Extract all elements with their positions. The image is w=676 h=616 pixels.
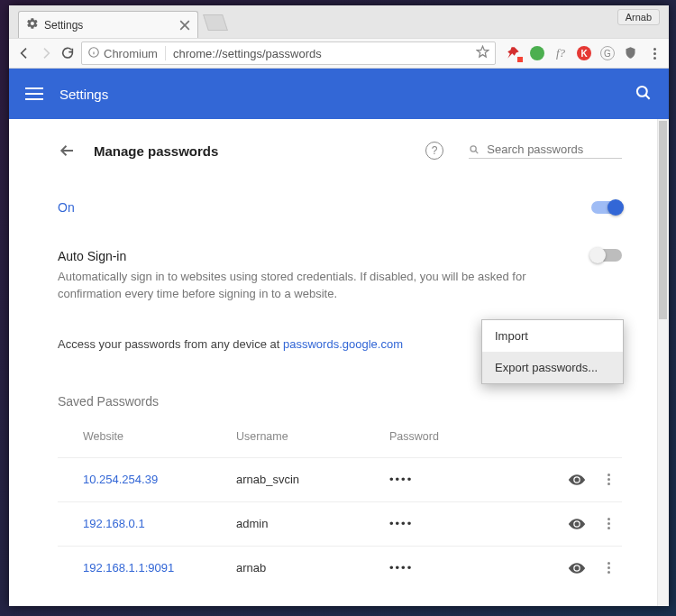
menu-export[interactable]: Export passwords...: [482, 352, 623, 383]
password-search[interactable]: [469, 143, 622, 159]
extension-pin-icon[interactable]: [507, 46, 521, 60]
search-icon: [469, 143, 480, 156]
row-more-button[interactable]: [595, 518, 622, 529]
col-password: Password: [389, 430, 622, 443]
browser-toolbar: Chromium f? K G: [9, 38, 669, 69]
address-bar[interactable]: Chromium: [81, 41, 496, 65]
browser-window: Settings Arnab Chromium: [9, 5, 669, 606]
reveal-password-button[interactable]: [559, 471, 595, 489]
passwords-google-link[interactable]: passwords.google.com: [283, 337, 403, 351]
row-password: ••••: [389, 473, 559, 486]
row-more-button[interactable]: [595, 473, 622, 485]
menu-import[interactable]: Import: [482, 320, 623, 352]
page-back-button[interactable]: [58, 141, 78, 161]
extension-f-icon[interactable]: f?: [553, 46, 568, 60]
password-search-input[interactable]: [487, 143, 622, 156]
reveal-password-button[interactable]: [559, 515, 595, 533]
extension-g-icon[interactable]: G: [600, 46, 615, 60]
row-more-button[interactable]: [595, 562, 622, 574]
page-title: Manage passwords: [94, 143, 409, 159]
auto-signin-title: Auto Sign-in: [58, 249, 591, 263]
table-row: 10.254.254.39 arnab_svcin ••••: [58, 457, 622, 501]
row-password: ••••: [389, 517, 559, 530]
row-username: admin: [236, 517, 389, 530]
scrollbar-thumb[interactable]: [659, 121, 667, 319]
profile-chip[interactable]: Arnab: [617, 9, 660, 25]
site-link[interactable]: 10.254.254.39: [83, 473, 158, 486]
extension-k-icon[interactable]: K: [577, 46, 591, 60]
offer-save-toggle[interactable]: [591, 201, 622, 214]
col-website: Website: [83, 430, 236, 443]
row-username: arnab_svcin: [236, 473, 389, 486]
forward-button[interactable]: [38, 45, 54, 61]
browser-menu-button[interactable]: [647, 48, 662, 60]
table-row: 192.168.0.1 admin ••••: [58, 501, 622, 546]
reveal-password-button[interactable]: [559, 559, 595, 577]
back-button[interactable]: [16, 45, 32, 61]
settings-header-title: Settings: [59, 87, 635, 102]
tab-title: Settings: [44, 19, 174, 32]
bookmark-star-icon[interactable]: [476, 45, 489, 61]
url-input[interactable]: [173, 47, 472, 60]
on-label: On: [58, 200, 591, 215]
hamburger-menu-button[interactable]: [25, 87, 43, 100]
new-tab-button[interactable]: [203, 14, 228, 31]
gear-icon: [26, 17, 39, 32]
table-row: 192.168.1.1:9091 arnab ••••: [58, 546, 622, 590]
reload-button[interactable]: [59, 45, 76, 61]
row-password: ••••: [389, 561, 559, 575]
auto-signin-desc: Automatically sign in to websites using …: [58, 269, 526, 303]
offer-save-row: On: [58, 186, 622, 229]
passwords-more-menu: Import Export passwords...: [481, 319, 624, 384]
help-icon[interactable]: ?: [425, 142, 443, 160]
row-username: arnab: [236, 561, 389, 575]
auto-signin-toggle[interactable]: [591, 249, 622, 262]
column-headers: Website Username Password: [58, 430, 622, 457]
close-icon[interactable]: [179, 20, 190, 31]
svg-point-2: [470, 145, 476, 151]
scrollbar[interactable]: [657, 119, 669, 606]
col-username: Username: [236, 430, 389, 443]
svg-point-1: [637, 86, 647, 96]
site-link[interactable]: 192.168.0.1: [83, 517, 145, 530]
browser-tab[interactable]: Settings: [18, 11, 198, 38]
site-link[interactable]: 192.168.1.1:9091: [83, 561, 174, 575]
auto-signin-row: Auto Sign-in Automatically sign in to we…: [58, 229, 622, 317]
site-info-icon[interactable]: [87, 46, 100, 61]
extension-green-icon[interactable]: [530, 46, 544, 60]
extension-shield-icon[interactable]: [624, 46, 638, 60]
extension-icons: f? K G: [501, 46, 662, 60]
omnibox-browser-label: Chromium: [104, 47, 158, 60]
page-header: Manage passwords ?: [58, 135, 622, 161]
saved-passwords-title: Saved Passwords: [58, 394, 622, 409]
titlebar: Settings Arnab: [9, 5, 669, 38]
settings-header: Settings: [9, 69, 669, 119]
settings-search-button[interactable]: [635, 84, 653, 105]
